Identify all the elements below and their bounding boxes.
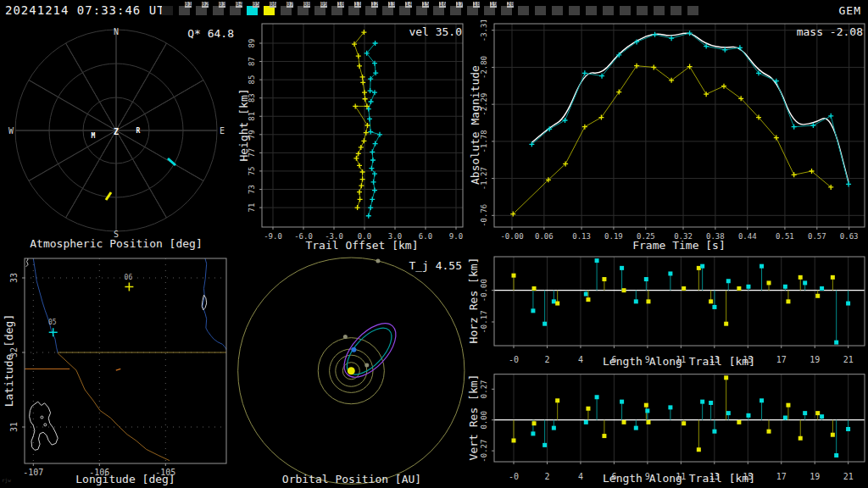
camera-box-16[interactable]: 16: [433, 6, 444, 15]
svg-text:19: 19: [810, 355, 820, 364]
light-curve-panel: -0.000.060.130.190.250.320.380.440.510.5…: [466, 20, 868, 254]
camera-box-blank[interactable]: [518, 6, 529, 15]
camera-box-label: 12: [371, 2, 378, 8]
camera-box-label: 01: [185, 2, 192, 8]
residual-marker: [846, 302, 850, 306]
camera-box-label: 05: [253, 2, 259, 8]
meteor-ground-track: [116, 369, 120, 370]
camera-box-label: 04: [236, 2, 242, 8]
mass-value: mass -2.08: [797, 25, 863, 38]
orbital-plot: [237, 254, 466, 488]
camera-box-02[interactable]: 02: [196, 6, 207, 15]
camera-box-06[interactable]: 06: [264, 6, 275, 15]
camera-box-01[interactable]: 01: [179, 6, 190, 15]
residual-marker: [803, 280, 807, 285]
svg-text:89: 89: [248, 39, 256, 48]
camera-box-09[interactable]: 09: [314, 6, 326, 15]
meteor-orbit: [335, 314, 405, 385]
residual-marker: [531, 431, 535, 435]
camera-box-blank[interactable]: [162, 6, 173, 15]
camera-box-05[interactable]: 05: [247, 6, 258, 15]
atmospheric-position-panel: NESWMZR Q* 64.8 Atmospheric Position [de…: [0, 20, 237, 254]
camera-box-blank[interactable]: [603, 6, 614, 15]
camera-box-blank[interactable]: [552, 6, 563, 15]
residual-marker: [712, 430, 716, 434]
camera-box-19[interactable]: 19: [484, 6, 495, 15]
svg-text:R: R: [136, 127, 141, 135]
camera-box-blank[interactable]: [687, 6, 698, 15]
svg-text:4: 4: [578, 472, 583, 481]
residual-marker: [709, 299, 713, 303]
residual-marker: [555, 302, 559, 306]
svg-text:73: 73: [248, 185, 256, 194]
velocity-value: vel 35.0: [409, 25, 462, 38]
svg-text:21: 21: [843, 472, 854, 481]
q-star-value: Q* 64.8: [187, 27, 234, 40]
camera-box-blank[interactable]: [535, 6, 546, 15]
camera-box-08[interactable]: 08: [298, 6, 309, 15]
residual-marker: [552, 426, 556, 430]
camera-box-13[interactable]: 13: [382, 6, 393, 15]
residual-marker: [767, 280, 771, 285]
trail-offset-xlabel: Trail Offset [km]: [277, 239, 447, 252]
camera-box-07[interactable]: 07: [281, 6, 292, 15]
map-features: 0605: [25, 257, 227, 461]
svg-text:21: 21: [843, 355, 854, 364]
map-feature-dune-hole-2: [44, 424, 47, 426]
svg-text:87: 87: [248, 57, 256, 66]
camera-box-blank[interactable]: [620, 6, 631, 15]
camera-box-10[interactable]: 10: [331, 6, 342, 15]
atmospheric-xlabel: Atmospheric Position [deg]: [6, 237, 226, 250]
residual-marker: [737, 286, 741, 291]
camera-box-14[interactable]: 14: [399, 6, 410, 15]
camera-box-blank[interactable]: [569, 6, 580, 15]
camera-box-label: 02: [202, 2, 209, 8]
camera-box-blank[interactable]: [637, 6, 648, 15]
residual-marker: [646, 299, 650, 303]
residual-marker: [846, 427, 850, 431]
residual-marker: [595, 395, 599, 399]
svg-text:-0.17: -0.17: [480, 310, 488, 333]
residual-marker: [737, 420, 741, 424]
camera-box-blank[interactable]: [654, 6, 665, 15]
latitude-ylabel: Latitude [deg]: [3, 306, 15, 416]
sun-dot: [348, 367, 355, 374]
svg-text:-0.27: -0.27: [480, 440, 488, 463]
svg-text:W: W: [8, 126, 14, 136]
svg-text:-1.78: -1.78: [480, 130, 488, 152]
residual-marker: [622, 288, 626, 292]
camera-box-label: 19: [490, 2, 497, 8]
svg-text:0.51: 0.51: [776, 232, 794, 241]
svg-text:33: 33: [9, 273, 19, 283]
residual-marker: [724, 375, 728, 380]
camera-box-label: 20: [507, 2, 514, 8]
camera-box-03[interactable]: 03: [213, 6, 224, 15]
height-ylabel: Height [km]: [237, 70, 250, 180]
camera-box-17[interactable]: 17: [450, 6, 461, 15]
camera-box-12[interactable]: 12: [365, 6, 376, 15]
residual-marker: [697, 266, 701, 270]
magnitude-ylabel: Absolute Magnitude: [469, 58, 481, 193]
residual-marker: [820, 414, 824, 419]
residual-marker: [584, 420, 588, 424]
camera-box-11[interactable]: 11: [348, 6, 359, 15]
camera-box-04[interactable]: 04: [230, 6, 241, 15]
residual-marker: [803, 411, 807, 415]
camera-box-20[interactable]: 20: [501, 6, 512, 15]
camera-box-18[interactable]: 18: [467, 6, 478, 15]
camera-box-label: 03: [219, 2, 225, 8]
residual-marker: [552, 299, 556, 303]
ground-map-plot: 0605-107-106-105333231: [0, 254, 237, 488]
grid: [262, 24, 463, 227]
camera-box-15[interactable]: 15: [416, 6, 427, 15]
watermark: rjw: [2, 477, 11, 483]
svg-text:71: 71: [248, 203, 256, 213]
svg-text:19: 19: [810, 472, 820, 481]
camera-box-blank[interactable]: [670, 6, 682, 15]
residual-marker: [532, 421, 537, 425]
camera-box-blank[interactable]: [586, 6, 597, 15]
svg-text:-0: -0: [509, 355, 519, 364]
residual-marker: [724, 322, 728, 326]
svg-text:0.57: 0.57: [808, 232, 826, 241]
svg-text:E: E: [220, 126, 225, 136]
